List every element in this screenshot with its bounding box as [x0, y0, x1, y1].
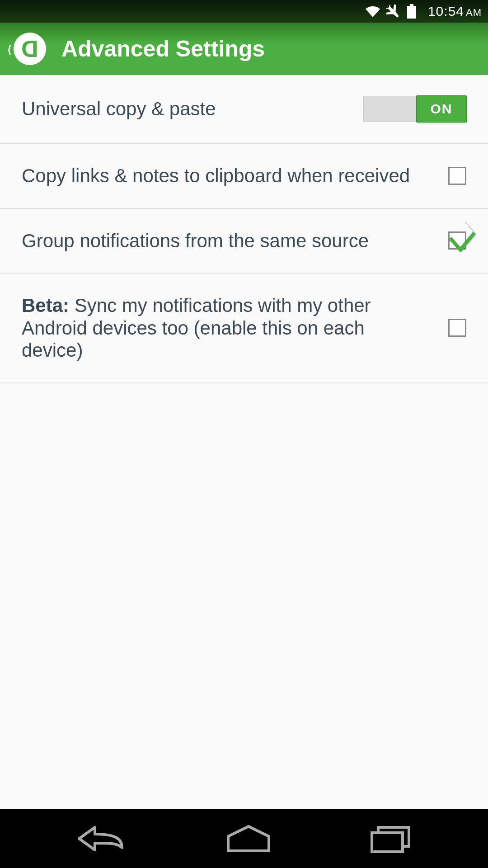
- app-bar: ‹ D Advanced Settings: [0, 23, 488, 75]
- battery-icon: [407, 4, 416, 19]
- setting-beta-sync[interactable]: Beta: Sync my notifications with my othe…: [0, 274, 488, 383]
- setting-label: Copy links & notes to clipboard when rec…: [22, 165, 448, 187]
- svg-rect-2: [372, 833, 403, 852]
- app-logo[interactable]: D: [14, 33, 46, 65]
- clock-time: 10:54: [428, 4, 464, 19]
- status-bar: 10:54 AM: [0, 0, 488, 23]
- nav-home-icon[interactable]: [224, 823, 273, 854]
- setting-label: Beta: Sync my notifications with my othe…: [22, 294, 448, 362]
- toggle-thumb: ON: [416, 95, 467, 123]
- setting-label: Group notifications from the same source: [22, 230, 448, 252]
- toggle-universal-copy[interactable]: ON: [363, 96, 466, 122]
- nav-recent-icon[interactable]: [368, 823, 413, 854]
- page-title: Advanced Settings: [61, 36, 265, 62]
- setting-copy-clipboard[interactable]: Copy links & notes to clipboard when rec…: [0, 144, 488, 209]
- wifi-icon: [365, 5, 381, 18]
- status-icons: 10:54 AM: [365, 4, 482, 19]
- setting-group-notifications[interactable]: Group notifications from the same source: [0, 209, 488, 274]
- airplane-icon: [386, 4, 402, 19]
- beta-prefix: Beta:: [22, 295, 69, 316]
- svg-rect-0: [410, 4, 413, 6]
- setting-universal-copy[interactable]: Universal copy & paste ON: [0, 75, 488, 144]
- nav-back-icon[interactable]: [75, 823, 129, 854]
- checkbox-copy-clipboard[interactable]: [448, 167, 466, 185]
- clock-ampm: AM: [466, 7, 482, 19]
- checkbox-group-notifications[interactable]: [448, 231, 466, 250]
- beta-rest: Sync my notifications with my other Andr…: [22, 295, 371, 361]
- clock-text: 10:54 AM: [428, 4, 482, 19]
- checkbox-beta-sync[interactable]: [448, 319, 466, 337]
- svg-rect-1: [407, 6, 416, 19]
- setting-label: Universal copy & paste: [22, 98, 363, 120]
- settings-list: Universal copy & paste ON Copy links & n…: [0, 75, 488, 383]
- app-logo-letter: D: [21, 37, 38, 61]
- navigation-bar: [0, 809, 488, 868]
- back-icon[interactable]: ‹: [8, 35, 11, 63]
